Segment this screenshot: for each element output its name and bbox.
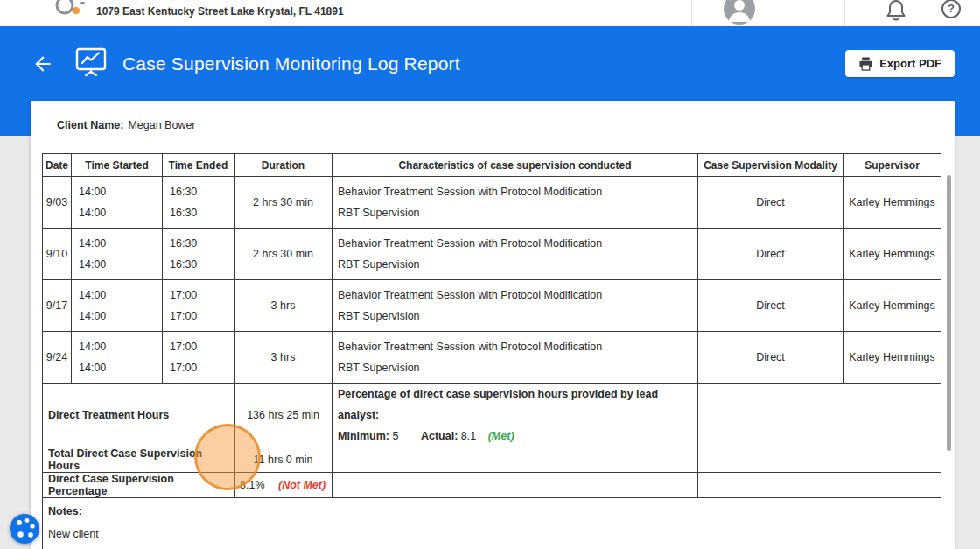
help-icon[interactable]: ? [942,0,961,18]
direct-treatment-hours-value: 136 hrs 25 min [234,384,332,447]
percentage-heading: Percentage of direct case supervision ho… [338,384,697,426]
actual-value: 8.1 [461,430,476,442]
time-ended-cell: 17:0017:00 [163,280,234,332]
characteristics-cell: Behavior Treatment Session with Protocol… [332,280,698,332]
modality-cell: Direct [698,332,844,384]
col-header-supervisor: Supervisor [844,154,942,177]
page-title: Case Supervision Monitoring Log Report [122,53,460,74]
avatar[interactable] [724,0,755,25]
notes-cell: Notes: New client [43,498,942,549]
export-pdf-label: Export PDF [879,57,942,70]
lead-analyst-percentage-cell: Percentage of direct case supervision ho… [332,384,698,447]
table-row: 9/24 14:0014:00 17:0017:00 3 hrs Behavio… [43,332,942,384]
modality-cell: Direct [698,177,844,229]
topbar-divider [844,0,845,26]
col-header-duration: Duration [234,154,332,177]
modality-cell: Direct [698,280,844,332]
notifications-bell-icon[interactable] [886,0,908,24]
theme-palette-button[interactable] [10,514,39,544]
time-ended-cell: 16:3016:30 [163,229,234,280]
client-name-label: Client Name: [57,119,123,131]
duration-cell: 2 hrs 30 min [234,177,332,229]
actual-label: Actual: [421,430,458,442]
direct-treatment-hours-label: Direct Treatment Hours [43,384,234,447]
clinic-address: 1079 East Kentucky Street Lake Krystal, … [96,0,344,26]
supervisor-cell: Karley Hemmings [844,229,942,280]
minimum-value: 5 [393,430,399,442]
characteristics-cell: Behavior Treatment Session with Protocol… [332,177,698,229]
total-supervision-hours-value: 11 hrs 0 min [234,447,332,473]
supervision-percentage-value: 8.1% [240,479,265,491]
duration-cell: 3 hrs [234,332,332,384]
time-ended-cell: 17:0017:00 [163,332,234,384]
duration-cell: 3 hrs [234,280,332,332]
col-header-modality: Case Supervision Modality [698,154,844,177]
supervision-percentage-row: Direct Case Supervision Percentage 8.1% … [43,473,942,498]
supervisor-cell: Karley Hemmings [844,332,942,384]
supervisor-cell: Karley Hemmings [844,280,942,332]
time-started-cell: 14:0014:00 [72,177,163,229]
characteristics-cell: Behavior Treatment Session with Protocol… [332,229,698,280]
notes-text: New client [48,528,941,540]
met-status: (Met) [488,430,514,442]
time-started-cell: 14:0014:00 [72,332,163,384]
supervision-percentage-value-cell: 8.1% (Not Met) [234,473,332,498]
client-name-line: Client Name:Megan Bower [57,119,955,135]
notes-row: Notes: New client [43,498,942,549]
client-name-value: Megan Bower [128,119,195,131]
col-header-time-ended: Time Ended [163,154,234,177]
notes-label: Notes: [48,505,941,517]
empty-cell [698,447,942,473]
monitoring-report-icon [75,47,107,81]
time-started-cell: 14:0014:00 [72,280,163,332]
total-supervision-hours-row: Total Direct Case Supervision Hours 11 h… [43,447,942,473]
table-row: 9/03 14:0014:00 16:3016:30 2 hrs 30 min … [43,177,942,229]
empty-cell [698,384,942,447]
export-pdf-button[interactable]: Export PDF [845,50,955,77]
date-cell: 9/10 [43,229,72,280]
empty-cell [332,473,698,498]
date-cell: 9/24 [43,332,72,384]
date-cell: 9/03 [43,177,72,229]
app-logo[interactable] [52,0,89,23]
scrollbar-thumb[interactable] [947,175,951,451]
col-header-time-started: Time Started [72,154,163,177]
time-started-cell: 14:0014:00 [72,229,163,280]
total-supervision-hours-label: Total Direct Case Supervision Hours [43,447,234,473]
topbar-divider [691,0,692,26]
direct-treatment-hours-row: Direct Treatment Hours 136 hrs 25 min Pe… [43,384,942,447]
empty-cell [698,473,942,498]
topbar: 1079 East Kentucky Street Lake Krystal, … [0,0,980,26]
supervision-percentage-label: Direct Case Supervision Percentage [43,473,234,498]
col-header-date: Date [43,154,72,177]
characteristics-cell: Behavior Treatment Session with Protocol… [332,332,698,384]
time-ended-cell: 16:3016:30 [163,177,234,229]
report-card: Client Name:Megan Bower Date Time Starte… [31,101,955,549]
supervisor-cell: Karley Hemmings [844,177,942,229]
printer-icon [858,57,873,71]
modality-cell: Direct [698,229,844,280]
duration-cell: 2 hrs 30 min [234,229,332,280]
back-arrow-icon[interactable] [32,53,54,75]
empty-cell [332,447,698,473]
minimum-label: Minimum: [338,430,389,442]
table-header-row: Date Time Started Time Ended Duration Ch… [43,154,942,177]
not-met-status: (Not Met) [278,479,326,491]
date-cell: 9/17 [43,280,72,332]
table-row: 9/17 14:0014:00 17:0017:00 3 hrs Behavio… [43,280,942,332]
col-header-characteristics: Characteristics of case supervision cond… [332,154,698,177]
table-row: 9/10 14:0014:00 16:3016:30 2 hrs 30 min … [43,229,942,280]
supervision-log-table: Date Time Started Time Ended Duration Ch… [42,153,942,549]
